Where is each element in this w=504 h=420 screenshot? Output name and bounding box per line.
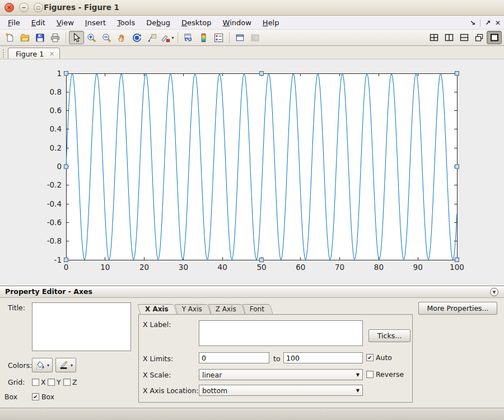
grid-x-label: X — [41, 378, 46, 386]
tab-z-axis[interactable]: Z Axis — [211, 304, 245, 315]
tile-rows-icon — [459, 32, 469, 43]
svg-text:-0.2: -0.2 — [47, 180, 62, 189]
axes-title-input[interactable] — [32, 302, 131, 351]
ticks-button[interactable]: Ticks... — [368, 329, 410, 342]
x-axis-location-select[interactable]: bottom ▼ — [199, 385, 363, 396]
maximize-view-icon — [489, 32, 500, 43]
x-limit-max-input[interactable] — [283, 352, 363, 363]
svg-text:-0.6: -0.6 — [47, 218, 62, 227]
menu-debug[interactable]: Debug — [141, 17, 176, 29]
menu-help[interactable]: Help — [257, 17, 285, 29]
undock-figure-icon[interactable]: ↗ — [485, 19, 491, 27]
hand-pan-icon — [116, 32, 127, 43]
save-figure-button[interactable] — [32, 31, 48, 44]
tab-figure-1[interactable]: Figure 1 ✕ — [8, 48, 60, 60]
status-bar — [0, 408, 504, 420]
collapse-panel-icon[interactable]: ▼ — [490, 288, 498, 296]
x-limit-min-input[interactable] — [199, 352, 269, 363]
tile-grid-icon — [429, 32, 439, 43]
menu-edit[interactable]: Edit — [26, 17, 51, 29]
window-maximize-button[interactable]: □ — [34, 3, 43, 12]
show-plot-tools-icon — [250, 32, 260, 43]
tab-y-axis[interactable]: Y Axis — [178, 304, 211, 315]
tab-figure-1-label: Figure 1 — [16, 50, 44, 58]
open-folder-icon — [20, 32, 30, 43]
insert-colorbar-button[interactable] — [196, 31, 211, 44]
print-figure-button[interactable] — [48, 31, 63, 44]
window-close-button[interactable]: ✕ — [4, 3, 14, 12]
menu-window[interactable]: Window — [217, 17, 257, 29]
arrow-cursor-icon — [71, 32, 82, 43]
window-layout-buttons — [426, 31, 502, 44]
tab-font[interactable]: Font — [245, 304, 273, 315]
dock-figure-icon[interactable]: ↘ — [470, 19, 475, 27]
svg-text:90: 90 — [413, 263, 423, 272]
menu-desktop[interactable]: Desktop — [176, 17, 217, 29]
menu-tools[interactable]: Tools — [111, 17, 141, 29]
property-editor-panel: Property Editor - Axes ▼ Title: Colors: … — [0, 286, 504, 408]
property-editor-header[interactable]: Property Editor - Axes ▼ — [0, 286, 504, 298]
svg-text:10: 10 — [100, 263, 110, 272]
x-axis-location-label: X Axis Location: — [143, 386, 199, 395]
grid-x-checkbox[interactable] — [32, 379, 39, 386]
window-minimize-button[interactable]: − — [19, 3, 29, 12]
box-checkbox[interactable]: ✔ — [32, 393, 39, 400]
hide-plot-tools-button[interactable] — [232, 31, 248, 44]
edit-plot-button[interactable] — [69, 31, 84, 44]
show-plot-tools-button[interactable] — [248, 31, 263, 44]
rotate-3d-button[interactable] — [129, 31, 144, 44]
svg-text:100: 100 — [450, 263, 464, 272]
svg-text:20: 20 — [139, 263, 149, 272]
link-plot-button[interactable] — [181, 31, 196, 44]
zoom-in-icon — [86, 32, 97, 43]
paint-bucket-icon — [35, 360, 45, 370]
new-document-icon — [4, 32, 15, 43]
tab-close-icon[interactable]: ✕ — [49, 50, 54, 58]
figure-canvas[interactable]: 0102030405060708090100-1-0.8-0.6-0.4-0.2… — [0, 59, 504, 286]
grid-y-checkbox[interactable] — [48, 379, 55, 386]
open-file-button[interactable] — [17, 31, 32, 44]
hide-plot-tools-icon — [235, 32, 245, 43]
data-cursor-icon — [147, 32, 157, 43]
svg-text:0: 0 — [57, 162, 62, 171]
axes-plot[interactable]: 0102030405060708090100-1-0.8-0.6-0.4-0.2… — [0, 59, 504, 286]
x-label-input[interactable] — [199, 320, 363, 346]
float-windows-button[interactable] — [472, 31, 487, 44]
maximize-view-button[interactable] — [487, 31, 502, 44]
tab-x-axis[interactable]: X Axis — [141, 304, 178, 315]
zoom-in-button[interactable] — [84, 31, 99, 44]
tile-rows-button[interactable] — [456, 31, 472, 44]
line-color-pen-icon — [59, 360, 69, 370]
tab-x-axis-label: X Axis — [145, 305, 169, 313]
toolbar-separator — [229, 32, 230, 43]
x-label-label: X Label: — [143, 320, 171, 329]
pan-button[interactable] — [114, 31, 129, 44]
tile-grid-button[interactable] — [426, 31, 441, 44]
new-figure-button[interactable] — [2, 31, 17, 44]
menu-insert[interactable]: Insert — [80, 17, 111, 29]
menu-view[interactable]: View — [51, 17, 80, 29]
brush-data-button[interactable]: ▾ — [160, 31, 175, 44]
tabbar-grip[interactable] — [3, 49, 4, 58]
insert-legend-button[interactable] — [211, 31, 226, 44]
line-color-button[interactable]: ▾ — [55, 358, 76, 372]
close-figure-icon[interactable]: ✕ — [495, 19, 501, 27]
chevron-down-icon: ▼ — [356, 372, 360, 377]
chevron-down-icon: ▼ — [356, 388, 360, 393]
x-limits-auto-checkbox[interactable]: ✔ — [366, 354, 374, 361]
more-properties-button[interactable]: More Properties... — [418, 302, 497, 315]
x-scale-select[interactable]: linear ▼ — [199, 369, 363, 380]
fill-color-button[interactable]: ▾ — [32, 358, 53, 372]
grid-z-checkbox[interactable] — [63, 379, 71, 386]
zoom-out-button[interactable] — [99, 31, 114, 44]
x-reverse-checkbox[interactable] — [366, 371, 374, 378]
float-windows-icon — [474, 32, 484, 43]
menu-file[interactable]: File — [2, 17, 26, 29]
brush-dropdown-caret-icon[interactable]: ▾ — [171, 35, 174, 40]
data-cursor-button[interactable] — [144, 31, 160, 44]
window-title: Figures - Figure 1 — [44, 0, 119, 15]
property-editor-title: Property Editor - Axes — [5, 287, 92, 296]
tab-font-label: Font — [250, 305, 264, 313]
grid-z-label: Z — [72, 378, 77, 386]
tile-columns-button[interactable] — [441, 31, 456, 44]
